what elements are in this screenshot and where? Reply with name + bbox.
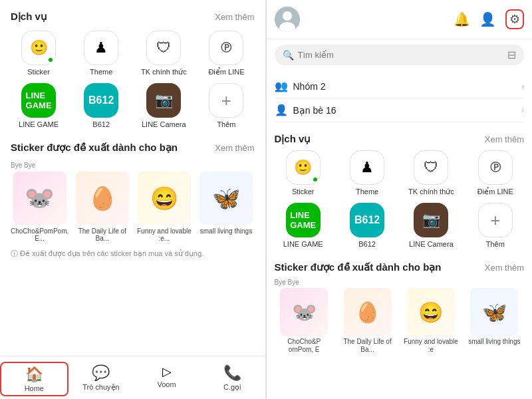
left-sticker-see-more[interactable]: Xem thêm: [215, 143, 254, 153]
search-input[interactable]: [298, 50, 504, 60]
right-services-grid: 🙂 Sticker ♟ Theme 🛡 TK chính thức Ⓟ Điểm…: [275, 150, 525, 248]
sticker-byebye-label: ChoCho&PomPom, E...: [11, 227, 68, 242]
right-tk-label: TK chính thức: [408, 188, 454, 196]
service-them[interactable]: + Thêm: [198, 83, 254, 128]
right-sticker-section-header: Sticker được đề xuất dành cho bạn Xem th…: [275, 261, 525, 273]
nav-call[interactable]: 📞 C.gọi: [200, 362, 265, 396]
linecam-label: LINE Camera: [142, 120, 186, 128]
right-service-theme[interactable]: ♟ Theme: [338, 150, 396, 196]
right-sticker-byebye-img: 🐭: [280, 288, 328, 336]
linegame-icon: LINEGAME: [21, 83, 56, 118]
chat-label: Trò chuyện: [82, 383, 120, 392]
left-services-grid: 🙂 Sticker ♟ Theme 🛡 TK chính thức Ⓟ Điểm…: [11, 31, 255, 128]
right-sticker-funny[interactable]: 😄 Funny and lovable :e: [401, 279, 460, 354]
gear-icon[interactable]: ⚙: [509, 12, 520, 27]
right-panel: 🔔 👤 ⚙ 🔍 ⊟ 👥 Nhóm 2 › 👤 Bạn bè 16 ›: [267, 0, 533, 399]
group-chevron: ›: [521, 82, 524, 91]
right-sticker-daily[interactable]: 🥚 The Daily Life of Ba...: [338, 279, 397, 354]
right-b612-label: B612: [358, 240, 376, 248]
sticker-funny[interactable]: 😄 Funny and lovable :e...: [136, 162, 192, 242]
right-them-label: Thêm: [486, 240, 505, 248]
right-service-sticker[interactable]: 🙂 Sticker: [275, 150, 332, 196]
nav-chat[interactable]: 💬 Trò chuyện: [68, 362, 134, 396]
group-icon: 👥: [275, 80, 288, 92]
right-linegame-icon: LINEGAME: [286, 203, 321, 237]
friend-icon: 👤: [275, 104, 288, 116]
theme-icon: ♟: [84, 31, 118, 65]
right-service-linecam[interactable]: 📷 LINE Camera: [402, 203, 460, 248]
svg-point-1: [283, 11, 292, 21]
right-linecam-label: LINE Camera: [409, 240, 454, 248]
sticker-living[interactable]: 🦋 small living things: [198, 162, 254, 242]
right-sticker-living-img: 🦋: [470, 288, 518, 336]
add-friend-icon[interactable]: 👤: [479, 11, 496, 27]
right-service-diem[interactable]: Ⓟ Điểm LINE: [467, 150, 524, 196]
service-b612[interactable]: B612 B612: [73, 83, 129, 128]
sticker-living-img: 🦋: [200, 172, 253, 225]
diem-icon: Ⓟ: [209, 31, 243, 65]
settings-icon-box[interactable]: ⚙: [505, 9, 524, 29]
linecam-icon: 📷: [146, 83, 181, 118]
b612-icon: B612: [84, 83, 118, 118]
right-linecam-icon: 📷: [414, 203, 448, 237]
voom-icon: ▷: [162, 364, 172, 379]
bell-icon[interactable]: 🔔: [454, 11, 470, 27]
right-sticker-see-more[interactable]: Xem thêm: [485, 263, 524, 273]
left-sticker-header: Sticker được đề xuất dành cho bạn Xem th…: [11, 142, 255, 154]
sticker-daily-label: The Daily Life of Ba...: [74, 227, 130, 242]
service-linecam[interactable]: 📷 LINE Camera: [136, 83, 192, 128]
service-sticker[interactable]: 🙂 Sticker: [11, 31, 66, 76]
search-icon: 🔍: [283, 50, 294, 61]
right-service-b612[interactable]: B612 B612: [338, 203, 396, 248]
tk-label: TK chính thức: [141, 68, 187, 76]
bottom-nav: 🏠 Home 💬 Trò chuyện ▷ Voom 📞 C.gọi: [0, 356, 265, 399]
right-linegame-label: LINE GAME: [283, 240, 323, 248]
right-service-tk[interactable]: 🛡 TK chính thức: [402, 150, 460, 196]
right-header: 🔔 👤 ⚙: [267, 0, 533, 39]
contact-row-group[interactable]: 👥 Nhóm 2 ›: [275, 74, 525, 98]
right-theme-icon: ♟: [350, 150, 384, 185]
right-sticker-daily-img: 🥚: [344, 288, 392, 336]
right-service-see-more[interactable]: Xem thêm: [485, 134, 524, 144]
right-b612-icon: B612: [350, 203, 384, 237]
nav-home[interactable]: 🏠 Home: [0, 362, 68, 396]
tk-icon: 🛡: [146, 31, 181, 65]
right-sticker-living[interactable]: 🦋 small living things: [465, 279, 524, 354]
home-icon: 🏠: [25, 366, 43, 383]
avatar: [275, 7, 300, 32]
header-icons: 🔔 👤 ⚙: [454, 9, 524, 29]
nav-voom[interactable]: ▷ Voom: [134, 362, 200, 396]
right-service-them[interactable]: + Thêm: [467, 203, 524, 248]
theme-label: Theme: [90, 68, 112, 76]
service-diem[interactable]: Ⓟ Điểm LINE: [198, 31, 254, 76]
them-label: Thêm: [217, 120, 235, 128]
service-tk[interactable]: 🛡 TK chính thức: [136, 31, 192, 76]
left-sticker-grid: Bye Bye 🐭 ChoCho&PomPom, E... 🥚 The Dail…: [11, 162, 255, 242]
right-sticker-byebye-label: ChoCho&P omPom, E: [275, 338, 334, 354]
left-service-see-more[interactable]: Xem thêm: [215, 12, 254, 22]
friend-label: Bạn bè 16: [293, 105, 336, 116]
right-them-icon: +: [478, 203, 513, 237]
sticker-icon: 🙂: [21, 31, 56, 65]
sticker-byebye[interactable]: Bye Bye 🐭 ChoCho&PomPom, E...: [11, 162, 68, 242]
service-linegame[interactable]: LINEGAME LINE GAME: [11, 83, 66, 128]
contact-row-friend[interactable]: 👤 Bạn bè 16 ›: [275, 98, 525, 122]
right-tk-icon: 🛡: [414, 150, 448, 185]
sticker-note: ⓘ Đề xuất được dựa trên các sticker bạn …: [11, 249, 255, 259]
search-bar: 🔍 ⊟: [275, 45, 525, 65]
right-sticker-funny-label: Funny and lovable :e: [401, 338, 460, 354]
chat-icon: 💬: [92, 364, 110, 382]
sticker-label: Sticker: [27, 68, 50, 76]
friend-chevron: ›: [521, 106, 524, 115]
sticker-daily[interactable]: 🥚 The Daily Life of Ba...: [74, 162, 130, 242]
right-theme-label: Theme: [356, 188, 378, 196]
service-theme[interactable]: ♟ Theme: [73, 31, 129, 76]
right-sticker-byebye[interactable]: Bye Bye 🐭 ChoCho&P omPom, E: [275, 279, 334, 354]
qr-icon[interactable]: ⊟: [507, 49, 516, 61]
right-sticker-living-label: small living things: [468, 338, 520, 346]
diem-label: Điểm LINE: [208, 68, 244, 76]
left-content: Dịch vụ Xem thêm 🙂 Sticker ♟ Theme 🛡 TK …: [0, 0, 265, 356]
call-label: C.gọi: [223, 383, 241, 392]
contact-group-left: 👥 Nhóm 2: [275, 80, 326, 92]
right-service-linegame[interactable]: LINEGAME LINE GAME: [275, 203, 332, 248]
